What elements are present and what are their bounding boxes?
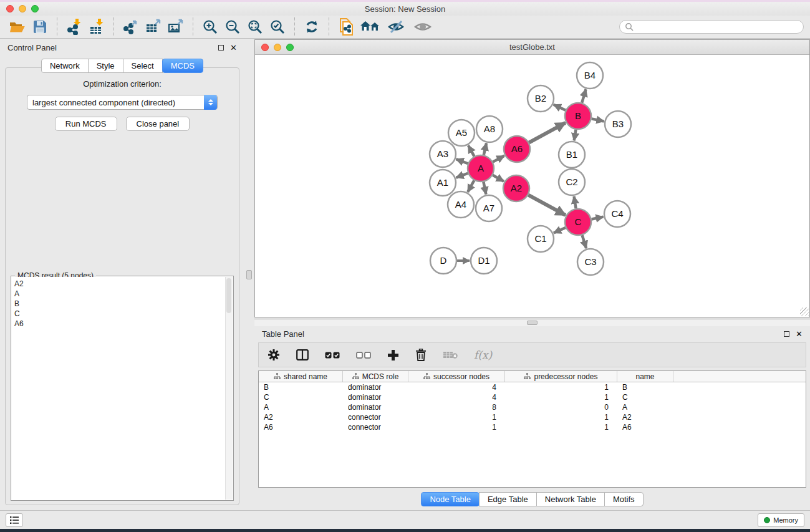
node-A[interactable]: A (468, 155, 494, 181)
deselect-all-button[interactable] (356, 352, 371, 359)
search-box[interactable] (619, 20, 804, 34)
table-cell[interactable]: 1 (505, 393, 617, 402)
table-row[interactable]: A6connector11A6 (259, 422, 806, 432)
tab-select[interactable]: Select (123, 59, 163, 73)
network-home-button[interactable] (357, 17, 383, 36)
table-row[interactable]: A2connector11A2 (259, 412, 806, 422)
tab-style[interactable]: Style (88, 59, 123, 73)
result-scrollbar[interactable] (225, 277, 233, 500)
save-session-button[interactable] (29, 17, 51, 36)
table-cell[interactable]: dominator (343, 403, 408, 412)
vertical-splitter[interactable] (244, 39, 254, 510)
table-cell[interactable]: B (259, 383, 343, 392)
float-table-panel-icon[interactable] (784, 331, 789, 337)
edge-B-B3[interactable] (592, 118, 604, 121)
select-all-button[interactable] (325, 352, 340, 359)
table-cell[interactable]: dominator (343, 393, 408, 402)
import-network-button[interactable] (63, 17, 85, 36)
node-C2[interactable]: C2 (559, 169, 585, 195)
hide-selected-button[interactable] (383, 17, 410, 36)
node-C4[interactable]: C4 (604, 201, 630, 227)
node-B4[interactable]: B4 (577, 62, 603, 89)
node-table[interactable]: shared nameMCDS rolesuccessor nodesprede… (258, 370, 806, 488)
edge-A-A4[interactable] (468, 180, 474, 192)
column-view-button[interactable] (296, 349, 309, 360)
zoom-out-button[interactable] (221, 17, 244, 36)
table-cell[interactable]: B (617, 383, 673, 392)
table-cell[interactable]: A (259, 403, 343, 412)
titlebar[interactable]: Session: New Session (0, 2, 810, 16)
network-graph[interactable]: B4B2BB3A8A5A6B1A3AC2A1A2A4A7CC4C1C3DD1 (255, 56, 809, 317)
mcds-result-item[interactable]: B (14, 299, 223, 309)
node-A6[interactable]: A6 (504, 136, 530, 162)
edge-A-A8[interactable] (484, 143, 486, 155)
show-all-button[interactable] (410, 17, 436, 36)
zoom-selected-button[interactable] (266, 17, 289, 36)
table-row[interactable]: Cdominator41C (259, 392, 806, 402)
add-column-button[interactable] (387, 349, 399, 361)
table-row[interactable]: Bdominator41B (259, 382, 806, 392)
edge-B-B2[interactable] (554, 105, 566, 110)
edge-C-C4[interactable] (592, 217, 604, 220)
column-header-mcds-role[interactable]: MCDS role (343, 371, 408, 382)
import-table-button[interactable] (85, 17, 108, 36)
mcds-result-item[interactable]: C (14, 309, 223, 319)
table-cell[interactable]: A6 (259, 423, 343, 432)
tab-network[interactable]: Network (41, 59, 89, 73)
tab-network-table[interactable]: Network Table (536, 492, 605, 506)
table-settings-button[interactable] (268, 349, 280, 361)
node-D[interactable]: D (430, 248, 456, 274)
table-cell[interactable]: A2 (259, 413, 343, 422)
edge-C-C2[interactable] (574, 196, 576, 209)
optimization-criterion-select[interactable]: largest connected component (directed) (27, 95, 218, 110)
tab-motifs[interactable]: Motifs (604, 492, 644, 506)
mcds-result-list[interactable]: A2ABCA6 (12, 277, 225, 500)
table-cell[interactable]: 1 (505, 413, 617, 422)
table-cell[interactable]: 1 (505, 383, 617, 392)
node-A3[interactable]: A3 (430, 141, 456, 167)
edge-C-C3[interactable] (582, 235, 587, 248)
edge-A-A7[interactable] (483, 182, 486, 195)
table-cell[interactable]: connector (343, 423, 408, 432)
clone-network-button[interactable] (335, 17, 357, 36)
tab-edge-table[interactable]: Edge Table (479, 492, 537, 506)
function-builder-button[interactable]: f(x) (474, 349, 492, 361)
close-table-panel-icon[interactable]: ✕ (796, 330, 803, 338)
table-cell[interactable]: 8 (408, 403, 505, 412)
zoom-fit-button[interactable] (244, 17, 266, 36)
run-mcds-button[interactable]: Run MCDS (55, 117, 117, 131)
edge-C-C1[interactable] (554, 228, 566, 233)
splitter-handle[interactable] (527, 321, 538, 325)
node-C3[interactable]: C3 (577, 249, 604, 275)
edge-A6-B[interactable] (529, 123, 565, 143)
edge-A2-C[interactable] (528, 195, 565, 215)
node-B1[interactable]: B1 (559, 142, 585, 168)
edge-A-A2[interactable] (493, 175, 504, 181)
delete-column-button[interactable] (415, 349, 427, 361)
open-session-button[interactable] (6, 17, 29, 36)
export-image-button[interactable] (165, 17, 187, 36)
memory-button[interactable]: Memory (758, 513, 804, 527)
node-C[interactable]: C (565, 209, 591, 235)
node-B3[interactable]: B3 (605, 111, 631, 137)
mcds-result-item[interactable]: A6 (14, 319, 223, 329)
table-cell[interactable]: 1 (505, 423, 617, 432)
zoom-in-button[interactable] (199, 17, 221, 36)
edge-B-B1[interactable] (574, 130, 576, 141)
edge-A-A1[interactable] (456, 173, 468, 178)
edge-B-B4[interactable] (582, 89, 586, 103)
node-B2[interactable]: B2 (528, 85, 554, 112)
node-B[interactable]: B (565, 103, 591, 129)
table-cell[interactable]: 1 (408, 423, 505, 432)
resize-grip-icon[interactable] (800, 307, 809, 316)
table-cell[interactable]: 4 (408, 393, 505, 402)
mcds-result-item[interactable]: A (14, 289, 223, 299)
export-network-button[interactable] (120, 17, 142, 36)
table-cell[interactable]: C (617, 393, 673, 402)
table-cell[interactable]: C (259, 393, 343, 402)
table-cell[interactable]: A (617, 403, 673, 412)
splitter-handle[interactable] (246, 270, 252, 279)
mcds-result-item[interactable]: A2 (14, 279, 223, 289)
column-header-name[interactable]: name (617, 371, 673, 382)
node-A5[interactable]: A5 (448, 120, 475, 146)
